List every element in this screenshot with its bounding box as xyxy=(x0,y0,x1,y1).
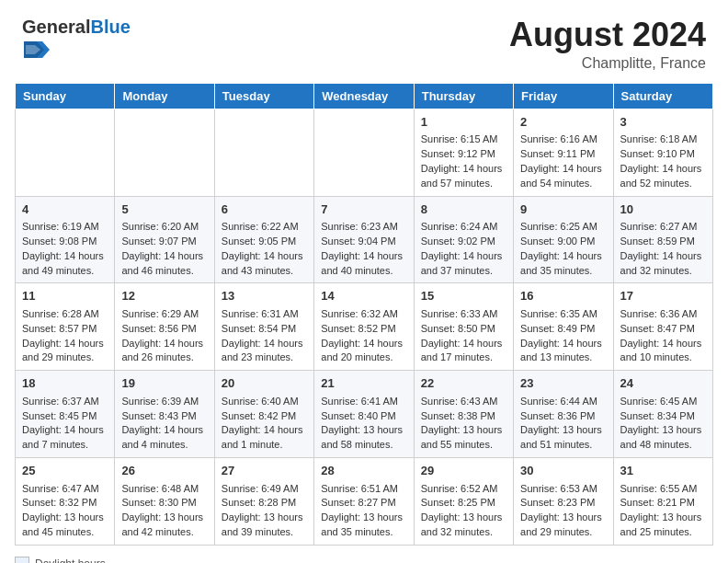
day-number: 8 xyxy=(421,201,506,218)
calendar-day-cell: 15Sunrise: 6:33 AM Sunset: 8:50 PM Dayli… xyxy=(414,283,513,371)
day-number: 28 xyxy=(321,463,406,479)
day-info: Sunrise: 6:23 AM Sunset: 9:04 PM Dayligh… xyxy=(321,220,406,279)
day-info: Sunrise: 6:37 AM Sunset: 8:45 PM Dayligh… xyxy=(22,395,108,454)
day-info: Sunrise: 6:49 AM Sunset: 8:28 PM Dayligh… xyxy=(222,482,307,541)
calendar-day-cell xyxy=(115,109,214,196)
calendar-day-cell: 31Sunrise: 6:55 AM Sunset: 8:21 PM Dayli… xyxy=(613,458,712,546)
day-number: 18 xyxy=(22,375,108,392)
day-info: Sunrise: 6:32 AM Sunset: 8:52 PM Dayligh… xyxy=(321,307,406,366)
calendar-day-cell: 14Sunrise: 6:32 AM Sunset: 8:52 PM Dayli… xyxy=(314,283,414,371)
day-number: 1 xyxy=(421,114,506,131)
title-block: August 2024 Champlitte, France xyxy=(509,17,706,72)
day-number: 17 xyxy=(620,288,706,304)
day-number: 31 xyxy=(620,463,706,479)
calendar-day-cell: 16Sunrise: 6:35 AM Sunset: 8:49 PM Dayli… xyxy=(514,283,613,371)
day-info: Sunrise: 6:39 AM Sunset: 8:43 PM Dayligh… xyxy=(121,395,207,454)
day-info: Sunrise: 6:40 AM Sunset: 8:42 PM Dayligh… xyxy=(222,395,307,454)
logo-general-text: General xyxy=(22,17,90,37)
day-info: Sunrise: 6:43 AM Sunset: 8:38 PM Dayligh… xyxy=(421,395,506,454)
calendar-day-cell: 30Sunrise: 6:53 AM Sunset: 8:23 PM Dayli… xyxy=(514,458,613,546)
day-number: 24 xyxy=(620,375,706,392)
calendar-week-row: 25Sunrise: 6:47 AM Sunset: 8:32 PM Dayli… xyxy=(16,458,713,546)
day-info: Sunrise: 6:16 AM Sunset: 9:11 PM Dayligh… xyxy=(520,132,606,191)
calendar-day-cell: 1Sunrise: 6:15 AM Sunset: 9:12 PM Daylig… xyxy=(414,109,513,196)
calendar-day-cell: 2Sunrise: 6:16 AM Sunset: 9:11 PM Daylig… xyxy=(514,109,613,196)
day-number: 29 xyxy=(421,463,506,479)
calendar-day-cell: 11Sunrise: 6:28 AM Sunset: 8:57 PM Dayli… xyxy=(16,283,115,371)
day-number: 9 xyxy=(520,201,606,218)
day-number: 10 xyxy=(620,201,706,218)
calendar-day-cell: 20Sunrise: 6:40 AM Sunset: 8:42 PM Dayli… xyxy=(214,371,313,458)
legend: Daylight hours xyxy=(0,553,728,563)
calendar-weekday-saturday: Saturday xyxy=(613,83,712,109)
day-info: Sunrise: 6:24 AM Sunset: 9:02 PM Dayligh… xyxy=(421,220,506,279)
day-info: Sunrise: 6:20 AM Sunset: 9:07 PM Dayligh… xyxy=(121,220,207,279)
calendar-weekday-thursday: Thursday xyxy=(414,83,513,109)
calendar-weekday-wednesday: Wednesday xyxy=(314,83,414,109)
calendar-day-cell: 4Sunrise: 6:19 AM Sunset: 9:08 PM Daylig… xyxy=(16,196,115,283)
calendar-day-cell: 25Sunrise: 6:47 AM Sunset: 8:32 PM Dayli… xyxy=(16,458,115,546)
day-number: 20 xyxy=(222,375,307,392)
day-number: 4 xyxy=(22,201,108,218)
calendar-day-cell: 13Sunrise: 6:31 AM Sunset: 8:54 PM Dayli… xyxy=(214,283,313,371)
day-number: 27 xyxy=(222,463,307,479)
day-info: Sunrise: 6:55 AM Sunset: 8:21 PM Dayligh… xyxy=(620,482,706,541)
day-info: Sunrise: 6:31 AM Sunset: 8:54 PM Dayligh… xyxy=(222,307,307,366)
calendar-day-cell: 24Sunrise: 6:45 AM Sunset: 8:34 PM Dayli… xyxy=(613,371,712,458)
day-info: Sunrise: 6:35 AM Sunset: 8:49 PM Dayligh… xyxy=(520,307,606,366)
calendar-week-row: 1Sunrise: 6:15 AM Sunset: 9:12 PM Daylig… xyxy=(16,109,713,196)
calendar-day-cell xyxy=(16,109,115,196)
calendar-day-cell: 8Sunrise: 6:24 AM Sunset: 9:02 PM Daylig… xyxy=(414,196,513,283)
day-info: Sunrise: 6:27 AM Sunset: 8:59 PM Dayligh… xyxy=(620,220,706,279)
logo: GeneralBlue xyxy=(22,17,131,66)
day-info: Sunrise: 6:41 AM Sunset: 8:40 PM Dayligh… xyxy=(321,395,406,454)
calendar-weekday-sunday: Sunday xyxy=(16,83,115,109)
month-year-title: August 2024 xyxy=(509,17,706,53)
legend-label: Daylight hours xyxy=(35,557,106,563)
day-number: 7 xyxy=(321,201,406,218)
day-number: 5 xyxy=(121,201,207,218)
calendar-day-cell: 21Sunrise: 6:41 AM Sunset: 8:40 PM Dayli… xyxy=(314,371,414,458)
calendar-week-row: 11Sunrise: 6:28 AM Sunset: 8:57 PM Dayli… xyxy=(16,283,713,371)
day-number: 3 xyxy=(620,114,706,131)
day-number: 15 xyxy=(421,288,506,304)
calendar-day-cell: 18Sunrise: 6:37 AM Sunset: 8:45 PM Dayli… xyxy=(16,371,115,458)
calendar-table: SundayMondayTuesdayWednesdayThursdayFrid… xyxy=(15,83,713,546)
day-info: Sunrise: 6:48 AM Sunset: 8:30 PM Dayligh… xyxy=(121,482,207,541)
logo-blue-text: Blue xyxy=(90,17,130,37)
day-info: Sunrise: 6:29 AM Sunset: 8:56 PM Dayligh… xyxy=(121,307,207,366)
day-number: 26 xyxy=(121,463,207,479)
calendar-day-cell: 5Sunrise: 6:20 AM Sunset: 9:07 PM Daylig… xyxy=(115,196,214,283)
day-info: Sunrise: 6:22 AM Sunset: 9:05 PM Dayligh… xyxy=(222,220,307,279)
day-info: Sunrise: 6:52 AM Sunset: 8:25 PM Dayligh… xyxy=(421,482,506,541)
calendar-day-cell: 29Sunrise: 6:52 AM Sunset: 8:25 PM Dayli… xyxy=(414,458,513,546)
day-number: 11 xyxy=(22,288,108,304)
day-info: Sunrise: 6:47 AM Sunset: 8:32 PM Dayligh… xyxy=(22,482,108,541)
day-number: 12 xyxy=(121,288,207,304)
calendar-day-cell: 19Sunrise: 6:39 AM Sunset: 8:43 PM Dayli… xyxy=(115,371,214,458)
day-number: 23 xyxy=(520,375,606,392)
calendar-day-cell: 26Sunrise: 6:48 AM Sunset: 8:30 PM Dayli… xyxy=(115,458,214,546)
calendar-header-row: SundayMondayTuesdayWednesdayThursdayFrid… xyxy=(16,83,713,109)
day-info: Sunrise: 6:45 AM Sunset: 8:34 PM Dayligh… xyxy=(620,395,706,454)
calendar-day-cell: 17Sunrise: 6:36 AM Sunset: 8:47 PM Dayli… xyxy=(613,283,712,371)
calendar-day-cell: 23Sunrise: 6:44 AM Sunset: 8:36 PM Dayli… xyxy=(514,371,613,458)
day-number: 25 xyxy=(22,463,108,479)
calendar-day-cell xyxy=(214,109,313,196)
day-info: Sunrise: 6:25 AM Sunset: 9:00 PM Dayligh… xyxy=(520,220,606,279)
calendar-weekday-monday: Monday xyxy=(115,83,214,109)
calendar-day-cell: 6Sunrise: 6:22 AM Sunset: 9:05 PM Daylig… xyxy=(214,196,313,283)
day-info: Sunrise: 6:19 AM Sunset: 9:08 PM Dayligh… xyxy=(22,220,108,279)
day-number: 6 xyxy=(222,201,307,218)
day-info: Sunrise: 6:18 AM Sunset: 9:10 PM Dayligh… xyxy=(620,132,706,191)
calendar-day-cell: 9Sunrise: 6:25 AM Sunset: 9:00 PM Daylig… xyxy=(514,196,613,283)
calendar-day-cell: 10Sunrise: 6:27 AM Sunset: 8:59 PM Dayli… xyxy=(613,196,712,283)
calendar-day-cell: 7Sunrise: 6:23 AM Sunset: 9:04 PM Daylig… xyxy=(314,196,414,283)
legend-box xyxy=(15,557,29,563)
day-number: 16 xyxy=(520,288,606,304)
calendar-day-cell: 3Sunrise: 6:18 AM Sunset: 9:10 PM Daylig… xyxy=(613,109,712,196)
calendar-weekday-tuesday: Tuesday xyxy=(214,83,313,109)
day-number: 14 xyxy=(321,288,406,304)
day-info: Sunrise: 6:51 AM Sunset: 8:27 PM Dayligh… xyxy=(321,482,406,541)
calendar-week-row: 4Sunrise: 6:19 AM Sunset: 9:08 PM Daylig… xyxy=(16,196,713,283)
